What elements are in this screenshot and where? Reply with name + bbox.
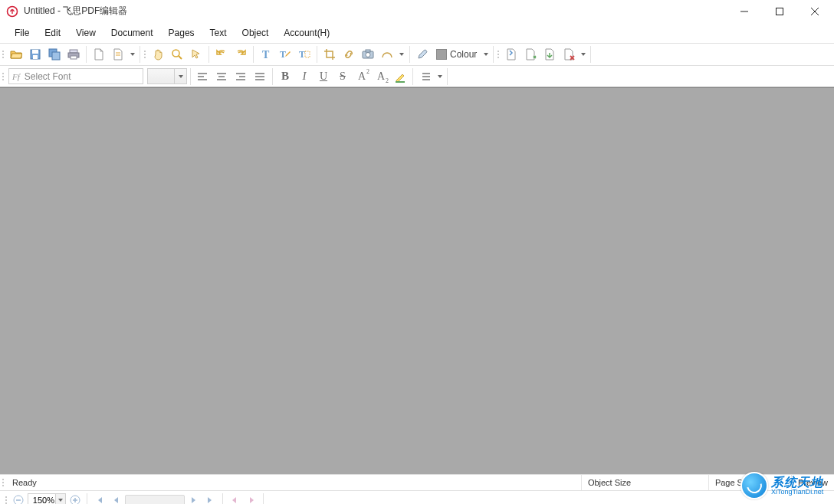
status-page-size: Page Size (709, 475, 792, 490)
menu-view[interactable]: View (69, 25, 103, 41)
snapshot-button[interactable] (360, 46, 376, 63)
page-from-template-button[interactable] (110, 46, 126, 63)
page-dropdown[interactable] (129, 46, 136, 63)
menu-pages[interactable]: Pages (162, 25, 202, 41)
text-box-button[interactable]: T (296, 46, 313, 63)
menubar: File Edit View Document Pages Text Objec… (0, 23, 834, 43)
italic-button[interactable]: I (296, 68, 313, 85)
font-icon: Ff (12, 72, 20, 81)
menu-document[interactable]: Document (104, 25, 160, 41)
menu-edit[interactable]: Edit (38, 25, 67, 41)
superscript-button[interactable]: A (353, 68, 370, 85)
svg-point-15 (172, 50, 179, 57)
colour-dropdown[interactable] (482, 46, 490, 63)
crop-button[interactable] (321, 46, 338, 63)
zoom-in-button[interactable] (67, 493, 83, 504)
page-ops-dropdown[interactable] (580, 46, 587, 63)
svg-rect-12 (71, 56, 77, 59)
maximize-button[interactable] (762, 0, 797, 23)
grip-icon[interactable] (3, 493, 9, 504)
menu-account[interactable]: Account(H) (277, 25, 337, 41)
undo-button[interactable] (213, 46, 230, 63)
align-justify-button[interactable] (251, 68, 268, 85)
svg-text:T: T (299, 49, 305, 60)
grip-icon[interactable] (0, 66, 6, 87)
font-placeholder: Select Font (25, 71, 71, 82)
window-title: Untitled - 飞思PDF编辑器 (24, 5, 127, 18)
svg-rect-6 (32, 50, 38, 54)
save-button[interactable] (27, 46, 44, 63)
zoom-input[interactable]: 150% (28, 493, 66, 504)
bold-button[interactable]: B (277, 68, 294, 85)
grip-icon[interactable] (495, 44, 501, 65)
align-right-button[interactable] (232, 68, 249, 85)
page-slider[interactable] (125, 495, 185, 504)
align-center-button[interactable] (213, 68, 230, 85)
zoom-tool-button[interactable] (169, 46, 186, 63)
colour-swatch-icon (436, 49, 447, 60)
text-annotation-button[interactable]: T (277, 46, 294, 63)
svg-text:T: T (262, 49, 270, 61)
shape-button[interactable] (379, 46, 396, 63)
hand-tool-button[interactable] (149, 46, 166, 63)
select-tool-button[interactable] (188, 46, 205, 63)
grip-icon[interactable] (0, 44, 6, 65)
font-select[interactable]: Ff Select Font (8, 68, 143, 84)
menu-object[interactable]: Object (235, 25, 276, 41)
toolbar-row-1: T T T Colour (0, 43, 834, 65)
line-spacing-button[interactable] (417, 68, 434, 85)
first-page-button[interactable] (91, 493, 107, 504)
subscript-button[interactable]: A2 (373, 68, 389, 85)
status-ready: Ready (6, 475, 582, 490)
toolbar-row-2: Ff Select Font B I U S A A2 (0, 65, 834, 87)
eyedropper-button[interactable] (414, 46, 431, 63)
underline-button[interactable]: U (315, 68, 332, 85)
close-button[interactable] (797, 0, 832, 23)
colour-label: Colour (450, 49, 477, 60)
menu-file[interactable]: File (8, 25, 36, 41)
page-export-button[interactable] (541, 46, 558, 63)
minimize-button[interactable] (727, 0, 762, 23)
svg-rect-23 (366, 50, 370, 52)
nav-forward-button[interactable] (244, 493, 259, 504)
svg-rect-7 (33, 55, 38, 59)
page-extract-button[interactable] (522, 46, 539, 63)
size-dropdown-icon (174, 69, 186, 83)
line-spacing-dropdown[interactable] (436, 68, 444, 85)
zoom-value: 150% (33, 496, 54, 504)
page-delete-button[interactable] (560, 46, 577, 63)
shape-dropdown[interactable] (398, 46, 406, 63)
svg-rect-9 (52, 52, 60, 60)
page-insert-button[interactable] (503, 46, 520, 63)
grip-icon[interactable] (142, 44, 148, 65)
next-page-button[interactable] (186, 493, 202, 504)
blank-page-button[interactable] (90, 46, 107, 63)
statusbar: Ready Object Size Page Size Preview (0, 474, 834, 490)
menu-text[interactable]: Text (203, 25, 234, 41)
titlebar: Untitled - 飞思PDF编辑器 (0, 0, 834, 23)
zoom-out-button[interactable] (11, 493, 26, 504)
svg-rect-2 (777, 8, 783, 15)
nav-back-button[interactable] (227, 493, 242, 504)
status-object-size: Object Size (582, 475, 709, 490)
last-page-button[interactable] (203, 493, 218, 504)
prev-page-button[interactable] (108, 493, 123, 504)
svg-rect-20 (305, 51, 310, 57)
highlight-button[interactable] (392, 68, 409, 85)
svg-text:T: T (280, 49, 286, 60)
align-left-button[interactable] (194, 68, 211, 85)
status-preview[interactable]: Preview (792, 478, 834, 487)
font-size-select[interactable] (147, 68, 187, 84)
strikethrough-button[interactable]: S (334, 68, 351, 85)
print-button[interactable] (65, 46, 82, 63)
navbar: 150% (0, 490, 834, 504)
document-canvas[interactable] (0, 87, 834, 474)
link-button[interactable] (340, 46, 357, 63)
grip-icon[interactable] (0, 476, 6, 489)
svg-rect-10 (70, 50, 77, 53)
text-tool-button[interactable]: T (258, 46, 274, 63)
colour-button[interactable]: Colour (433, 46, 480, 63)
open-button[interactable] (8, 46, 25, 63)
redo-button[interactable] (232, 46, 249, 63)
save-as-button[interactable] (46, 46, 63, 63)
